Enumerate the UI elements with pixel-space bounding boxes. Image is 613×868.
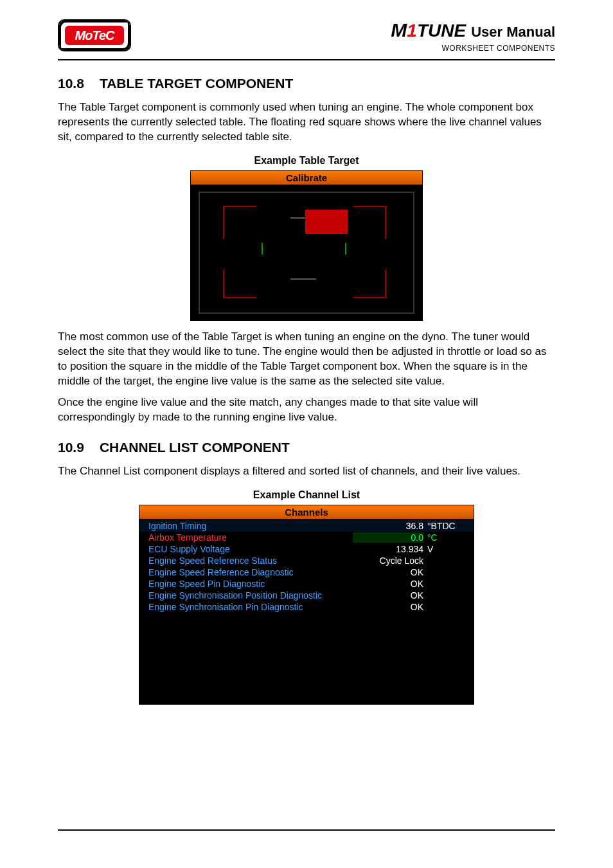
channel-unit: °C bbox=[423, 532, 465, 543]
channel-name: ECU Supply Voltage bbox=[148, 544, 353, 554]
channel-row[interactable]: Engine Speed Reference DiagnosticOK bbox=[139, 566, 474, 578]
product-mark-m: M bbox=[391, 19, 407, 41]
manual-label: User Manual bbox=[471, 24, 555, 41]
channel-name: Ignition Timing bbox=[148, 521, 353, 531]
header-right: M1TUNE User Manual WORKSHEET COMPONENTS bbox=[391, 19, 555, 53]
live-value-indicator bbox=[305, 210, 348, 234]
channel-list-component: Channels Ignition Timing36.8°BTDCAirbox … bbox=[139, 505, 474, 705]
section1-para1: The Table Target component is commonly u… bbox=[58, 100, 555, 145]
channel-value: OK bbox=[353, 579, 423, 589]
table-target-header: Calibrate bbox=[191, 171, 422, 185]
product-mark: M1TUNE bbox=[391, 19, 466, 41]
page-header: MoTeC M1TUNE User Manual WORKSHEET COMPO… bbox=[58, 19, 555, 53]
channel-value: 13.934 bbox=[353, 544, 423, 554]
channel-value: Cycle Lock bbox=[353, 556, 423, 566]
channel-value: OK bbox=[353, 602, 423, 612]
target-corner-br bbox=[353, 270, 386, 298]
channel-row[interactable]: Engine Synchronisation Pin DiagnosticOK bbox=[139, 601, 474, 613]
footer-divider bbox=[58, 829, 555, 831]
channel-list-body: Ignition Timing36.8°BTDCAirbox Temperatu… bbox=[139, 519, 474, 704]
header-section-label: WORKSHEET COMPONENTS bbox=[391, 44, 555, 53]
section1-para3: Once the engine live value and the site … bbox=[58, 395, 555, 425]
channel-row[interactable]: Engine Speed Reference StatusCycle Lock bbox=[139, 555, 474, 566]
figure1-caption: Example Table Target bbox=[58, 155, 555, 167]
section-number: 10.8 bbox=[58, 76, 84, 91]
channel-name: Engine Synchronisation Pin Diagnostic bbox=[148, 602, 353, 612]
header-divider bbox=[58, 59, 555, 60]
target-hline-bottom bbox=[290, 278, 316, 280]
section-number: 10.9 bbox=[58, 440, 84, 455]
product-mark-tune: TUNE bbox=[417, 21, 466, 41]
channel-value: 36.8 bbox=[353, 521, 423, 531]
product-mark-red-1: 1 bbox=[407, 21, 417, 41]
channel-row[interactable]: Engine Speed Pin DiagnosticOK bbox=[139, 578, 474, 590]
channel-row[interactable]: Engine Synchronisation Position Diagnost… bbox=[139, 590, 474, 601]
target-corner-tr bbox=[353, 206, 386, 239]
section-title: TABLE TARGET COMPONENT bbox=[100, 76, 293, 91]
figure2-caption: Example Channel List bbox=[58, 489, 555, 501]
motec-logo: MoTeC bbox=[58, 19, 131, 51]
table-target-component: Calibrate bbox=[190, 170, 423, 321]
section1-para2: The most common use of the Table Target … bbox=[58, 330, 555, 389]
channel-name: Engine Speed Pin Diagnostic bbox=[148, 579, 353, 589]
channel-row[interactable]: Ignition Timing36.8°BTDC bbox=[139, 520, 474, 532]
channel-value: OK bbox=[353, 567, 423, 577]
motec-logo-text: MoTeC bbox=[65, 26, 124, 45]
target-corner-tl bbox=[223, 206, 256, 239]
channel-list-header: Channels bbox=[139, 505, 474, 519]
section2-para1: The Channel List component displays a fi… bbox=[58, 464, 555, 479]
section-title: CHANNEL LIST COMPONENT bbox=[100, 440, 290, 455]
target-vtick-right bbox=[345, 243, 346, 255]
channel-row[interactable]: Airbox Temperature0.0°C bbox=[139, 532, 474, 543]
channel-name: Engine Synchronisation Position Diagnost… bbox=[148, 590, 353, 601]
channel-name: Engine Speed Reference Diagnostic bbox=[148, 567, 353, 577]
channel-value: OK bbox=[353, 590, 423, 601]
section-heading-10-8: 10.8 TABLE TARGET COMPONENT bbox=[58, 76, 555, 91]
target-corner-bl bbox=[223, 270, 256, 298]
channel-unit: V bbox=[423, 544, 465, 554]
table-target-body bbox=[191, 185, 422, 320]
channel-name: Engine Speed Reference Status bbox=[148, 556, 353, 566]
channel-unit: °BTDC bbox=[423, 521, 465, 531]
channel-value: 0.0 bbox=[353, 532, 423, 543]
target-vtick-left bbox=[262, 243, 263, 255]
channel-name: Airbox Temperature bbox=[148, 532, 353, 543]
section-heading-10-9: 10.9 CHANNEL LIST COMPONENT bbox=[58, 440, 555, 455]
channel-row[interactable]: ECU Supply Voltage13.934V bbox=[139, 543, 474, 555]
